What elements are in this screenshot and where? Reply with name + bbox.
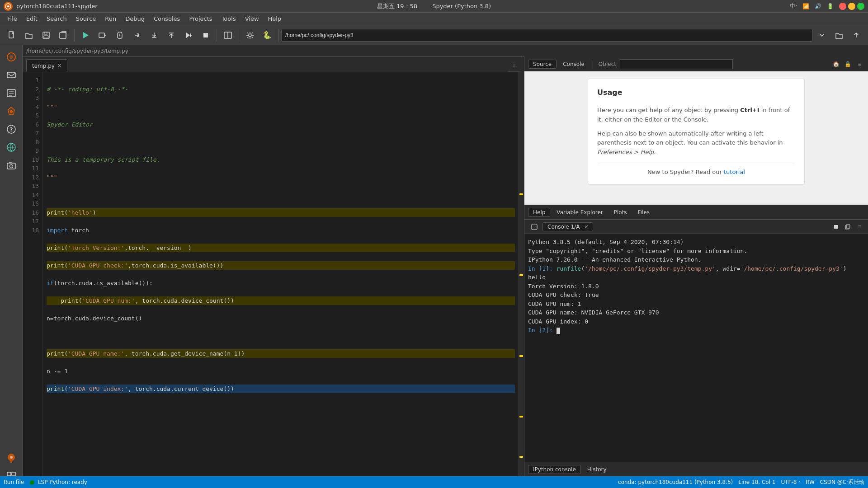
step-button[interactable] [129,27,145,43]
tab-console[interactable]: Console [558,60,589,68]
separator-2 [217,29,217,42]
sidebar-item-spyder2[interactable] [3,450,19,466]
scroll-marker-3 [519,355,523,357]
menu-debug[interactable]: Debug [122,14,148,23]
run-button[interactable] [77,27,94,43]
menu-bar: File Edit Search Source Run Debug Consol… [0,13,868,25]
status-crlf: RW [806,479,815,485]
help-menu-btn[interactable]: ≡ [854,59,864,69]
sidebar-item-network[interactable] [3,139,19,155]
object-input[interactable] [620,59,733,69]
app-title: pytorch180cuda111-spyder [16,3,98,9]
console-copy-btn[interactable] [843,222,853,232]
path-input[interactable] [285,32,809,38]
save-file-button[interactable] [38,27,54,43]
console-new-btn[interactable] [528,221,541,233]
code-line-17: n -= 1 [47,367,515,376]
help-bottom-tabs: Help Variable Explorer Plots Files [524,205,868,219]
status-run-file: Run file [4,479,24,485]
console-line-6: In [1]: runfile('/home/pc/.config/spyder… [528,264,864,273]
sidebar-item-files[interactable] [3,85,19,101]
bottom-tab-help[interactable]: Help [528,208,550,217]
python-button[interactable]: 🐍 [259,27,275,43]
menu-help[interactable]: Help [264,14,285,23]
code-line-14: n=torch.cuda.device_count() [47,314,515,323]
code-line-13: print('CUDA GPU num:', torch.cuda.device… [47,296,515,305]
console-stop-btn[interactable] [831,222,841,232]
menu-tools[interactable]: Tools [218,14,240,23]
stop-button[interactable] [198,27,214,43]
sidebar-item-help[interactable]: ? [3,121,19,137]
editor-tab-label: temp.py [32,63,55,69]
step-out-button[interactable] [163,27,179,43]
code-line-1: # -*- coding: utf-8 -*- [47,85,515,94]
new-file-button[interactable] [4,27,20,43]
tab-source[interactable]: Source [528,60,557,69]
console-tab-1a[interactable]: Console 1/A ✕ [542,222,593,231]
console-line-1: Python 3.8.5 (default, Sep 4 2020, 07:30… [528,238,864,247]
go-up-button[interactable] [848,27,864,43]
sidebar-item-spyder[interactable] [3,103,19,119]
sidebar-item-camera[interactable] [3,157,19,174]
console-line-8: Torch Version: 1.8.0 [528,282,864,291]
code-content[interactable]: # -*- coding: utf-8 -*- """ Spyder Edito… [43,72,519,476]
line-number: 7 [23,129,39,138]
editor-tab-close[interactable]: ✕ [57,63,61,69]
browse-button[interactable] [831,27,847,43]
editor-tab-temp-py[interactable]: temp.py ✕ [26,59,67,72]
console-menu-btn[interactable]: ≡ [854,222,864,232]
continue-button[interactable] [180,27,197,43]
editor-menu-btn[interactable]: ≡ [509,61,519,70]
menu-source[interactable]: Source [72,14,100,23]
menu-edit[interactable]: Edit [23,14,41,23]
line-number: 12 [23,173,39,182]
bottom-tab-history[interactable]: History [583,465,611,474]
top-bar-left: pytorch180cuda111-spyder [4,2,98,11]
menu-view[interactable]: View [241,14,263,23]
scroll-marker-5 [519,456,523,458]
console-content[interactable]: Python 3.8.5 (default, Sep 4 2020, 07:30… [524,234,868,462]
maximize-button[interactable] [857,3,864,10]
svg-rect-11 [203,33,208,38]
split-panels-button[interactable] [220,27,236,43]
main-layout: temp.py ✕ ≡ 1 2 3 4 5 6 7 8 9 10 11 12 1… [23,57,868,476]
datetime: 星期五 19：58 [377,3,417,9]
editor-toolbar: ≡ [508,60,520,72]
bottom-tab-variable-explorer[interactable]: Variable Explorer [552,208,607,216]
status-position: Line 18, Col 1 [738,479,775,485]
tutorial-link[interactable]: tutorial [724,169,745,175]
svg-point-18 [10,110,13,113]
console-line-11: CUDA GPU name: NVIDIA GeForce GTX 970 [528,308,864,317]
close-button[interactable] [839,3,846,10]
separator-3 [239,29,239,42]
menu-consoles[interactable]: Consoles [150,14,184,23]
minimize-button[interactable] [848,3,855,10]
code-editor[interactable]: 1 2 3 4 5 6 7 8 9 10 11 12 13 14 15 16 1… [23,72,524,476]
settings-button[interactable] [242,27,258,43]
help-lock-btn[interactable]: 🔒 [843,59,853,69]
file-path-text: /home/pc/.config/spyder-py3/temp.py [26,48,128,54]
svg-rect-30 [834,225,838,229]
bottom-tab-files[interactable]: Files [633,208,654,216]
save-all-button[interactable] [55,27,71,43]
bottom-tab-ipython[interactable]: IPython console [528,465,581,474]
path-dropdown-button[interactable] [814,27,830,43]
code-line-5: This is a temporary script file. [47,155,515,164]
editor-scrollbar[interactable] [519,72,524,476]
console-tab-close[interactable]: ✕ [584,224,588,230]
menu-projects[interactable]: Projects [185,14,216,23]
svg-marker-8 [104,34,106,36]
svg-rect-16 [7,72,15,78]
help-home-btn[interactable]: 🏠 [831,59,841,69]
run-config-button[interactable] [94,27,111,43]
menu-run[interactable]: Run [101,14,120,23]
status-git: CSDN @C·系活动 [820,479,864,486]
bottom-tab-plots[interactable]: Plots [609,208,632,216]
menu-file[interactable]: File [4,14,21,23]
step-into-button[interactable] [146,27,162,43]
sidebar-item-email[interactable] [3,67,19,83]
menu-search[interactable]: Search [43,14,71,23]
debug-button[interactable] [112,27,128,43]
open-file-button[interactable] [21,27,37,43]
sidebar-item-browser[interactable] [3,49,19,65]
